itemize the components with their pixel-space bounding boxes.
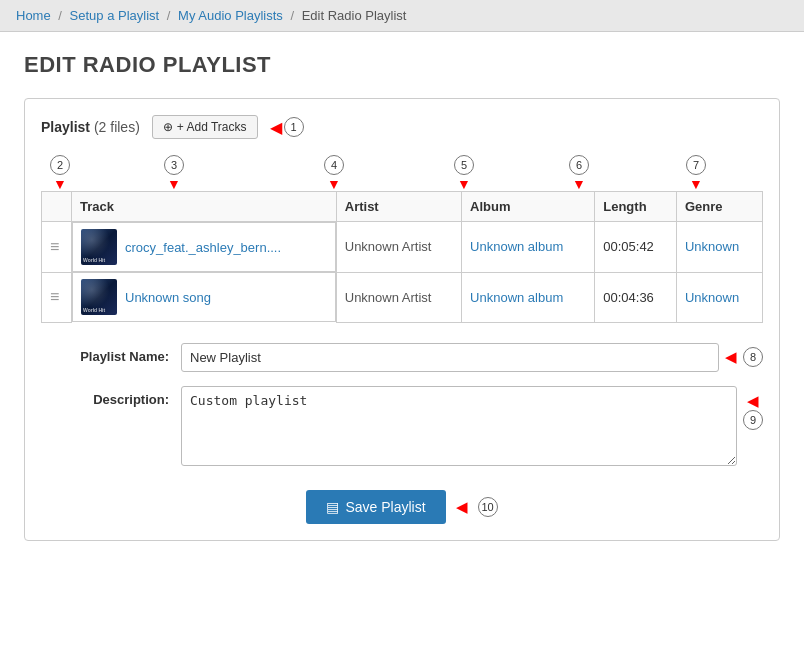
breadcrumb-sep-2: / xyxy=(167,8,171,23)
add-tracks-label: + Add Tracks xyxy=(177,120,247,134)
page-wrapper: Home / Setup a Playlist / My Audio Playl… xyxy=(0,0,804,664)
breadcrumb-home[interactable]: Home xyxy=(16,8,51,23)
cell-reorder-1: ≡ xyxy=(42,272,72,322)
tracks-table: Track Artist Album Length Genre ≡ World … xyxy=(41,191,763,323)
annot-5: 5 xyxy=(454,155,474,175)
breadcrumb-setup[interactable]: Setup a Playlist xyxy=(70,8,160,23)
annot-4: 4 xyxy=(324,155,344,175)
annotation-9: 9 xyxy=(743,410,763,430)
annot-9-group: ◀ 9 xyxy=(743,386,763,430)
breadcrumb-sep-3: / xyxy=(290,8,294,23)
arrow-7: ▼ xyxy=(689,177,703,191)
annot-6: 6 xyxy=(569,155,589,175)
annot-4-wrap: 4 ▼ xyxy=(269,155,399,191)
description-field-wrap: ◀ 9 xyxy=(181,386,763,466)
arrow-9: ◀ xyxy=(747,392,759,410)
main-content: EDIT RADIO PLAYLIST Playlist (2 files) ⊕… xyxy=(0,32,804,571)
cell-reorder-0: ≡ xyxy=(42,222,72,273)
arrow-3: ▼ xyxy=(167,177,181,191)
annot-2-wrap: 2 ▼ xyxy=(41,155,79,191)
save-button-label: Save Playlist xyxy=(345,499,425,515)
track-thumb-0: World Hit xyxy=(81,229,117,265)
breadcrumb-myplaylists[interactable]: My Audio Playlists xyxy=(178,8,283,23)
table-row: ≡ World Hit crocy_feat._ashley_bern.... … xyxy=(42,222,763,273)
annot-5-wrap: 5 ▼ xyxy=(399,155,529,191)
main-card: Playlist (2 files) ⊕ + Add Tracks ◀ 1 2 xyxy=(24,98,780,541)
add-tracks-button[interactable]: ⊕ + Add Tracks xyxy=(152,115,258,139)
plus-icon: ⊕ xyxy=(163,120,173,134)
reorder-handle-0[interactable]: ≡ xyxy=(50,238,59,255)
save-row: ▤ Save Playlist ◀ 10 xyxy=(41,490,763,524)
annotation-1-group: ◀ 1 xyxy=(270,117,304,137)
arrow-6: ▼ xyxy=(572,177,586,191)
annot-3-wrap: 3 ▼ xyxy=(79,155,269,191)
table-row: ≡ World Hit Unknown song Unknown Artist … xyxy=(42,272,763,322)
playlist-header: Playlist (2 files) ⊕ + Add Tracks ◀ 1 xyxy=(41,115,763,139)
cell-artist-1: Unknown Artist xyxy=(336,272,461,322)
annot-7-wrap: 7 ▼ xyxy=(629,155,763,191)
description-row: Description: ◀ 9 xyxy=(41,386,763,466)
table-header-row: Track Artist Album Length Genre xyxy=(42,192,763,222)
col-header-track: Track xyxy=(72,192,337,222)
track-name-1[interactable]: Unknown song xyxy=(125,290,211,305)
form-section: Playlist Name: ◀ 8 Description: ◀ xyxy=(41,343,763,466)
cell-length-0: 00:05:42 xyxy=(595,222,677,273)
cell-genre-0: Unknown xyxy=(676,222,762,273)
breadcrumb-sep-1: / xyxy=(58,8,62,23)
col-header-album: Album xyxy=(462,192,595,222)
playlist-label: Playlist (2 files) xyxy=(41,119,140,135)
arrow-5: ▼ xyxy=(457,177,471,191)
annotations-above-table: 2 ▼ 3 ▼ 4 ▼ 5 ▼ xyxy=(41,155,763,191)
arrow-4: ▼ xyxy=(327,177,341,191)
cell-genre-1: Unknown xyxy=(676,272,762,322)
col-header-length: Length xyxy=(595,192,677,222)
description-label: Description: xyxy=(41,386,181,407)
playlist-name-input[interactable] xyxy=(181,343,719,372)
save-icon: ▤ xyxy=(326,499,339,515)
col-header-reorder xyxy=(42,192,72,222)
breadcrumb: Home / Setup a Playlist / My Audio Playl… xyxy=(0,0,804,32)
col-header-genre: Genre xyxy=(676,192,762,222)
arrow-1: ◀ xyxy=(270,118,282,137)
breadcrumb-current: Edit Radio Playlist xyxy=(302,8,407,23)
playlist-name-row: Playlist Name: ◀ 8 xyxy=(41,343,763,372)
annot-2: 2 xyxy=(50,155,70,175)
annot-6-wrap: 6 ▼ xyxy=(529,155,629,191)
arrow-2: ▼ xyxy=(53,177,67,191)
cell-track-1: World Hit Unknown song xyxy=(72,272,336,322)
description-textarea[interactable] xyxy=(181,386,737,466)
reorder-handle-1[interactable]: ≡ xyxy=(50,288,59,305)
cell-length-1: 00:04:36 xyxy=(595,272,677,322)
cell-album-0: Unknown album xyxy=(462,222,595,273)
annotation-8: 8 xyxy=(743,347,763,367)
playlist-name-label: Playlist Name: xyxy=(41,343,181,364)
annotation-10: 10 xyxy=(478,497,498,517)
col-header-artist: Artist xyxy=(336,192,461,222)
track-thumb-1: World Hit xyxy=(81,279,117,315)
playlist-name-field-wrap: ◀ 8 xyxy=(181,343,763,372)
cell-track-0: World Hit crocy_feat._ashley_bern.... xyxy=(72,222,336,272)
cell-album-1: Unknown album xyxy=(462,272,595,322)
playlist-count: (2 files) xyxy=(94,119,140,135)
cell-artist-0: Unknown Artist xyxy=(336,222,461,273)
track-name-0[interactable]: crocy_feat._ashley_bern.... xyxy=(125,240,281,255)
save-playlist-button[interactable]: ▤ Save Playlist xyxy=(306,490,445,524)
annot-7: 7 xyxy=(686,155,706,175)
arrow-10: ◀ xyxy=(456,498,468,516)
annotation-1: 1 xyxy=(284,117,304,137)
arrow-8: ◀ xyxy=(725,348,737,366)
annot-3: 3 xyxy=(164,155,184,175)
page-title: EDIT RADIO PLAYLIST xyxy=(24,52,780,78)
